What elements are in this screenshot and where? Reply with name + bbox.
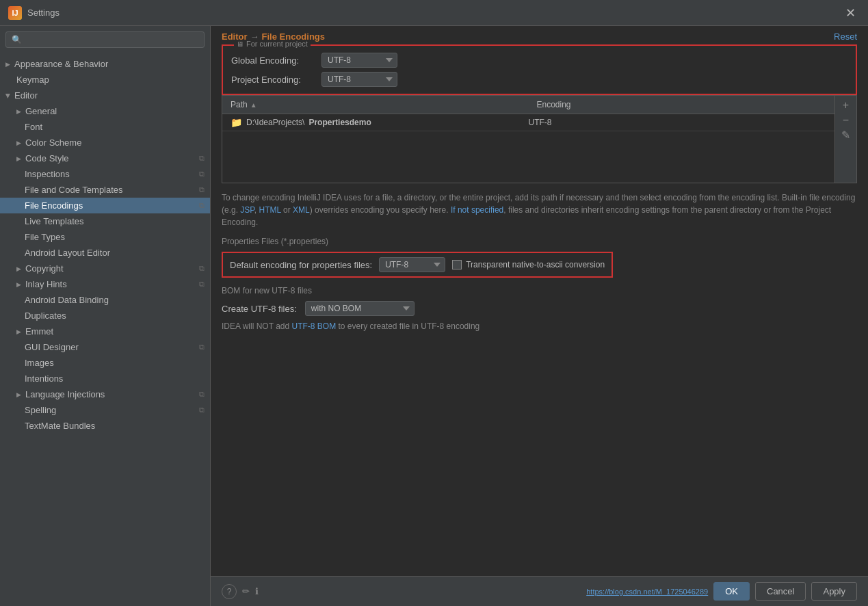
copy-icon-code-style: ⧉ (199, 154, 205, 163)
search-input[interactable] (5, 31, 205, 48)
reset-button[interactable]: Reset (834, 31, 857, 42)
sidebar-label-editor: Editor (14, 90, 38, 101)
expand-arrow-color-scheme: ▶ (16, 140, 21, 146)
edit-path-button[interactable]: ✎ (839, 129, 853, 142)
ok-button[interactable]: OK (713, 582, 750, 601)
sidebar-item-file-code-templates[interactable]: File and Code Templates ⧉ (0, 182, 210, 198)
bom-create-select[interactable]: with NO BOM with BOM (305, 301, 415, 316)
remove-path-button[interactable]: − (840, 114, 852, 127)
global-encoding-select[interactable]: UTF-8 ISO-8859-1 windows-1251 UTF-16 (321, 53, 397, 68)
sidebar-item-live-templates[interactable]: Live Templates (0, 213, 210, 229)
close-button[interactable]: ✕ (841, 4, 860, 22)
bom-section-label: BOM for new UTF-8 files (222, 286, 857, 295)
sidebar-item-inlay-hints[interactable]: ▶ Inlay Hints ⧉ (0, 276, 210, 292)
project-encoding-row: Project Encoding: UTF-8 ISO-8859-1 windo… (231, 72, 847, 87)
table-side-actions: + − ✎ (834, 96, 856, 183)
copy-icon-gui-designer: ⧉ (199, 343, 205, 352)
table-body: 📁 D:\IdeaProjects\Propertiesdemo UTF-8 (222, 114, 834, 183)
copy-icon-inlay-hints: ⧉ (199, 280, 205, 289)
global-encoding-label: Global Encoding: (231, 55, 313, 66)
info-icon: ℹ (255, 586, 259, 596)
transparent-conversion-area: Transparent native-to-ascii conversion (452, 260, 605, 269)
copy-icon-copyright: ⧉ (199, 264, 205, 273)
encoding-cell: UTF-8 (529, 118, 827, 127)
sidebar-label-file-encodings: File Encodings (25, 200, 83, 211)
for-current-project-label: 🖥 For current project (234, 40, 311, 48)
highlight-if-not-specified: If not specified (451, 205, 503, 215)
bom-info-prefix: IDEA will NOT add (222, 321, 291, 331)
sort-icon: ▲ (250, 101, 257, 109)
sidebar-item-images[interactable]: Images (0, 355, 210, 371)
sidebar-item-gui-designer[interactable]: GUI Designer ⧉ (0, 339, 210, 355)
sidebar-item-file-types[interactable]: File Types (0, 229, 210, 245)
properties-encoding-row: Default encoding for properties files: U… (222, 252, 613, 278)
default-encoding-label: Default encoding for properties files: (230, 260, 372, 270)
app-icon: IJ (8, 6, 22, 20)
bottom-right: https://blog.csdn.net/M_1725046289 OK Ca… (586, 582, 857, 601)
bom-info: IDEA will NOT add UTF-8 BOM to every cre… (222, 321, 857, 331)
sidebar-label-spelling: Spelling (25, 405, 56, 415)
url-link: https://blog.csdn.net/M_1725046289 (586, 588, 708, 596)
bottom-icons: ✏ ℹ (242, 586, 259, 596)
sidebar-label-intentions: Intentions (25, 373, 63, 384)
expand-arrow-appearance: ▶ (5, 61, 10, 68)
bom-row: Create UTF-8 files: with NO BOM with BOM (222, 301, 857, 316)
expand-arrow-copyright: ▶ (16, 265, 21, 272)
bom-info-suffix: to every created file in UTF-8 encoding (336, 321, 479, 331)
sidebar-label-android-layout-editor: Android Layout Editor (25, 248, 110, 258)
help-button[interactable]: ? (222, 584, 237, 599)
sidebar-label-textmate-bundles: TextMate Bundles (25, 421, 95, 431)
copy-icon-language-injections: ⧉ (199, 390, 205, 399)
sidebar-label-language-injections: Language Injections (25, 389, 105, 399)
sidebar-item-textmate-bundles[interactable]: TextMate Bundles (0, 418, 210, 434)
sidebar-label-gui-designer: GUI Designer (25, 342, 79, 352)
sidebar-item-emmet[interactable]: ▶ Emmet (0, 324, 210, 339)
expand-arrow-inlay-hints: ▶ (16, 281, 21, 288)
bottom-bar: ? ✏ ℹ https://blog.csdn.net/M_1725046289… (211, 576, 868, 606)
expand-arrow-editor: ▶ (5, 93, 12, 98)
sidebar-label-file-code-templates: File and Code Templates (25, 185, 123, 195)
sidebar-label-color-scheme: Color Scheme (25, 137, 81, 148)
title-bar: IJ Settings ✕ (0, 0, 868, 26)
sidebar-item-editor[interactable]: ▶ Editor (0, 88, 210, 103)
sidebar-item-spelling[interactable]: Spelling ⧉ (0, 402, 210, 418)
global-encoding-row: Global Encoding: UTF-8 ISO-8859-1 window… (231, 53, 847, 68)
sidebar-label-inlay-hints: Inlay Hints (25, 279, 67, 289)
properties-encoding-select[interactable]: UTF-8 ISO-8859-1 (379, 257, 445, 272)
properties-section-label: Properties Files (*.properties) (222, 237, 857, 246)
transparent-conversion-label: Transparent native-to-ascii conversion (466, 260, 605, 269)
sidebar-item-font[interactable]: Font (0, 119, 210, 135)
sidebar-item-keymap[interactable]: Keymap (0, 72, 210, 88)
sidebar-item-inspections[interactable]: Inspections ⧉ (0, 166, 210, 182)
project-encoding-label: Project Encoding: (231, 75, 313, 85)
copy-icon-spelling: ⧉ (199, 406, 205, 414)
path-normal: D:\IdeaProjects\ (246, 118, 304, 127)
add-path-button[interactable]: + (840, 98, 852, 112)
sidebar-label-images: Images (25, 358, 54, 368)
col-header-encoding: Encoding (529, 96, 835, 114)
content-area: Editor → File Encodings Reset 🖥 For curr… (211, 26, 868, 606)
sidebar-item-android-data-binding[interactable]: Android Data Binding (0, 292, 210, 308)
copy-icon-file-code-templates: ⧉ (199, 185, 205, 194)
table-row[interactable]: 📁 D:\IdeaProjects\Propertiesdemo UTF-8 (222, 114, 834, 131)
sidebar-item-general[interactable]: ▶ General (0, 103, 210, 119)
main-layout: ▶ Appearance & Behavior Keymap ▶ Editor … (0, 26, 868, 606)
apply-button[interactable]: Apply (811, 582, 857, 601)
copy-icon-inspections: ⧉ (199, 170, 205, 179)
sidebar-item-android-layout-editor[interactable]: Android Layout Editor (0, 245, 210, 261)
sidebar-item-copyright[interactable]: ▶ Copyright ⧉ (0, 261, 210, 276)
transparent-conversion-checkbox[interactable] (452, 260, 462, 269)
sidebar-item-file-encodings[interactable]: File Encodings ⧉ (0, 198, 210, 213)
table-main: Path ▲ Encoding 📁 D:\IdeaProjects\Proper… (222, 96, 834, 183)
path-encoding-table: Path ▲ Encoding 📁 D:\IdeaProjects\Proper… (222, 95, 857, 183)
project-encoding-select[interactable]: UTF-8 ISO-8859-1 windows-1251 UTF-16 (321, 72, 397, 87)
sidebar-item-intentions[interactable]: Intentions (0, 371, 210, 386)
title-bar-left: IJ Settings (8, 6, 60, 20)
cancel-button[interactable]: Cancel (755, 582, 806, 601)
sidebar-item-duplicates[interactable]: Duplicates (0, 308, 210, 324)
sidebar-item-appearance-behavior[interactable]: ▶ Appearance & Behavior (0, 56, 210, 72)
sidebar-item-language-injections[interactable]: ▶ Language Injections ⧉ (0, 386, 210, 402)
sidebar-item-code-style[interactable]: ▶ Code Style ⧉ (0, 150, 210, 166)
sidebar-label-font: Font (25, 122, 42, 132)
sidebar-item-color-scheme[interactable]: ▶ Color Scheme (0, 135, 210, 150)
